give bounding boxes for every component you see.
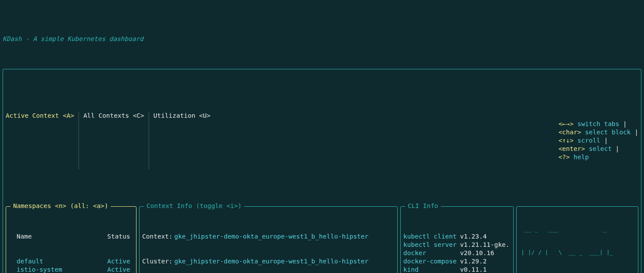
col-status: Status bbox=[107, 232, 133, 241]
hint-switch: switch tabs bbox=[577, 120, 619, 127]
cli-row: kubectl serverv1.21.11-gke. bbox=[403, 241, 511, 249]
logo-line: __ _ ___ _ bbox=[521, 226, 634, 232]
cli-row: dockerv20.10.16 bbox=[403, 249, 511, 257]
tab-active-context[interactable]: Active Context <A> bbox=[6, 112, 78, 170]
main-frame: Active Context <A> All Contexts <C> Util… bbox=[3, 69, 641, 273]
logo-line: | |/ / | \ __ _ ___| |_ bbox=[521, 249, 634, 256]
col-name: Name bbox=[17, 232, 107, 241]
cli-info-panel: CLI Info kubectl clientv1.23.4kubectl se… bbox=[400, 206, 514, 273]
help-bar: <←→> switch tabs | <char> select block |… bbox=[535, 112, 638, 170]
cli-info-title: CLI Info bbox=[405, 202, 441, 210]
cli-row: kindv0.11.1 bbox=[403, 266, 511, 273]
key-switch: <←→> bbox=[559, 120, 574, 127]
namespaces-header: Name Status bbox=[9, 232, 133, 241]
context-label: Context: bbox=[142, 232, 173, 241]
hint-select: select bbox=[589, 145, 611, 152]
key-block: <char> bbox=[559, 129, 581, 136]
cli-row: docker-composev1.29.2 bbox=[403, 257, 511, 266]
tab-all-contexts[interactable]: All Contexts <C> bbox=[78, 112, 149, 170]
cli-row: kubectl clientv1.23.4 bbox=[403, 232, 511, 241]
key-help: <?> bbox=[559, 154, 570, 160]
context-value: gke_jhipster-demo-okta_europe-west1_b_he… bbox=[174, 232, 368, 241]
main-tabs: Active Context <A> All Contexts <C> Util… bbox=[6, 112, 215, 170]
cluster-label: Cluster: bbox=[142, 257, 173, 266]
namespace-item[interactable]: defaultActive bbox=[9, 257, 133, 266]
context-info-panel: Context Info (toggle <i>) Context:gke_jh… bbox=[139, 206, 398, 273]
context-info-title: Context Info (toggle <i>) bbox=[144, 202, 244, 210]
namespaces-title: Namespaces <n> (all: <a>) bbox=[10, 202, 111, 210]
hint-block: select block bbox=[585, 129, 631, 136]
app-title: KDash - A simple Kubernetes dashboard bbox=[3, 35, 641, 43]
key-scroll: <↑↓> bbox=[559, 137, 574, 144]
key-select: <enter> bbox=[559, 145, 585, 152]
cluster-value: gke_jhipster-demo-okta_europe-west1_b_he… bbox=[174, 257, 368, 266]
logo-panel: __ _ ___ _ | |/ / | \ __ _ ___| |_ | < |… bbox=[516, 206, 638, 273]
namespace-item[interactable]: istio-systemActive bbox=[9, 266, 133, 273]
hint-help: help bbox=[574, 154, 589, 160]
hint-scroll: scroll bbox=[577, 137, 600, 144]
tab-utilization[interactable]: Utilization <U> bbox=[149, 112, 215, 170]
namespaces-panel: Namespaces <n> (all: <a>) Name Status de… bbox=[6, 206, 136, 273]
